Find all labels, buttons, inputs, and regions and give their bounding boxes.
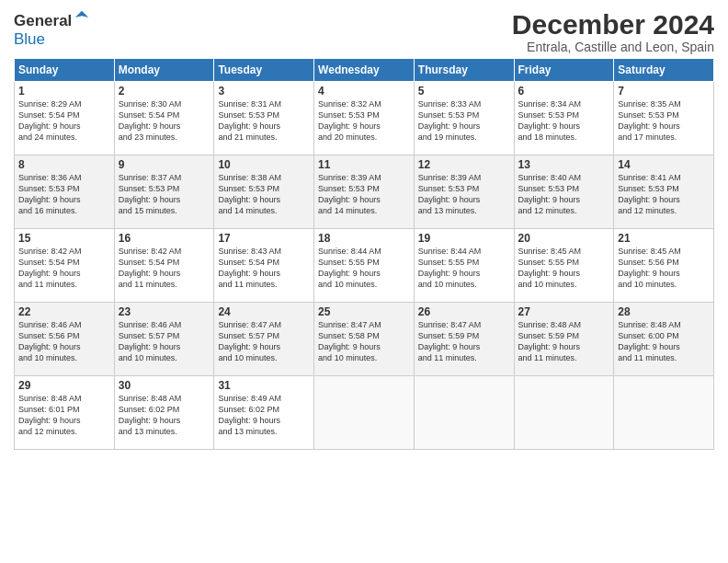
day-number: 29 [18,379,110,392]
day-detail: Sunrise: 8:36 AM Sunset: 5:53 PM Dayligh… [18,172,110,217]
calendar-cell: 18Sunrise: 8:44 AM Sunset: 5:55 PM Dayli… [314,229,415,303]
day-detail: Sunrise: 8:47 AM Sunset: 5:59 PM Dayligh… [418,319,510,364]
calendar-cell: 12Sunrise: 8:39 AM Sunset: 5:53 PM Dayli… [414,155,514,229]
day-detail: Sunrise: 8:31 AM Sunset: 5:53 PM Dayligh… [218,98,310,144]
day-detail: Sunrise: 8:49 AM Sunset: 6:02 PM Dayligh… [218,393,310,438]
day-detail: Sunrise: 8:46 AM Sunset: 5:56 PM Dayligh… [18,319,110,364]
header: General Blue December 2024 Entrala, Cast… [14,9,714,54]
calendar-cell: 10Sunrise: 8:38 AM Sunset: 5:53 PM Dayli… [214,155,314,229]
calendar-cell: 5Sunrise: 8:33 AM Sunset: 5:53 PM Daylig… [414,82,514,155]
day-number: 31 [218,379,310,392]
header-wednesday: Wednesday [314,59,415,82]
location-subtitle: Entrala, Castille and Leon, Spain [512,40,714,54]
day-number: 8 [18,158,110,171]
calendar-cell: 28Sunrise: 8:48 AM Sunset: 6:00 PM Dayli… [614,303,714,376]
calendar-cell: 8Sunrise: 8:36 AM Sunset: 5:53 PM Daylig… [15,155,115,229]
calendar-cell: 17Sunrise: 8:43 AM Sunset: 5:54 PM Dayli… [214,229,314,303]
calendar-cell: 22Sunrise: 8:46 AM Sunset: 5:56 PM Dayli… [15,303,115,376]
day-number: 1 [18,85,110,98]
day-detail: Sunrise: 8:48 AM Sunset: 6:00 PM Dayligh… [618,319,710,364]
day-detail: Sunrise: 8:38 AM Sunset: 5:53 PM Dayligh… [218,172,310,217]
calendar-cell: 16Sunrise: 8:42 AM Sunset: 5:54 PM Dayli… [114,229,214,303]
header-saturday: Saturday [614,59,714,82]
day-detail: Sunrise: 8:46 AM Sunset: 5:57 PM Dayligh… [119,319,210,364]
day-number: 9 [119,158,210,171]
calendar-cell: 9Sunrise: 8:37 AM Sunset: 5:53 PM Daylig… [114,155,214,229]
day-detail: Sunrise: 8:44 AM Sunset: 5:55 PM Dayligh… [418,246,510,291]
header-tuesday: Tuesday [214,59,314,82]
day-number: 10 [218,158,310,171]
calendar-cell: 1Sunrise: 8:29 AM Sunset: 5:54 PM Daylig… [15,82,115,155]
day-detail: Sunrise: 8:48 AM Sunset: 5:59 PM Dayligh… [518,319,610,364]
day-detail: Sunrise: 8:45 AM Sunset: 5:55 PM Dayligh… [518,246,610,291]
day-detail: Sunrise: 8:34 AM Sunset: 5:53 PM Dayligh… [518,98,610,144]
title-block: December 2024 Entrala, Castille and Leon… [512,9,714,54]
day-number: 5 [418,85,510,98]
header-thursday: Thursday [414,59,514,82]
calendar-container: General Blue December 2024 Entrala, Cast… [0,0,728,459]
day-number: 28 [618,305,710,318]
day-detail: Sunrise: 8:44 AM Sunset: 5:55 PM Dayligh… [318,246,410,291]
day-detail: Sunrise: 8:48 AM Sunset: 6:01 PM Dayligh… [18,393,110,438]
header-sunday: Sunday [15,59,115,82]
day-number: 12 [418,158,510,171]
week-row-0: 1Sunrise: 8:29 AM Sunset: 5:54 PM Daylig… [15,82,714,155]
day-detail: Sunrise: 8:47 AM Sunset: 5:58 PM Dayligh… [318,319,410,364]
day-number: 18 [318,232,410,245]
day-number: 17 [218,232,310,245]
day-number: 26 [418,305,510,318]
day-detail: Sunrise: 8:29 AM Sunset: 5:54 PM Dayligh… [18,98,110,144]
day-detail: Sunrise: 8:39 AM Sunset: 5:53 PM Dayligh… [418,172,510,217]
day-number: 7 [618,85,710,98]
calendar-cell: 30Sunrise: 8:48 AM Sunset: 6:02 PM Dayli… [114,376,214,450]
calendar-cell: 31Sunrise: 8:49 AM Sunset: 6:02 PM Dayli… [214,376,314,450]
calendar-cell [414,376,514,450]
calendar-cell [514,376,614,450]
calendar-cell: 29Sunrise: 8:48 AM Sunset: 6:01 PM Dayli… [15,376,115,450]
calendar-header-row: SundayMondayTuesdayWednesdayThursdayFrid… [15,59,714,82]
day-number: 2 [119,85,210,98]
day-number: 16 [119,232,210,245]
calendar-cell: 4Sunrise: 8:32 AM Sunset: 5:53 PM Daylig… [314,82,415,155]
day-detail: Sunrise: 8:39 AM Sunset: 5:53 PM Dayligh… [318,172,410,217]
header-monday: Monday [114,59,214,82]
day-number: 13 [518,158,610,171]
logo-blue-text: Blue [14,30,45,49]
day-detail: Sunrise: 8:43 AM Sunset: 5:54 PM Dayligh… [218,246,310,291]
calendar-cell: 27Sunrise: 8:48 AM Sunset: 5:59 PM Dayli… [514,303,614,376]
day-detail: Sunrise: 8:40 AM Sunset: 5:53 PM Dayligh… [518,172,610,217]
calendar-cell: 7Sunrise: 8:35 AM Sunset: 5:53 PM Daylig… [614,82,714,155]
week-row-1: 8Sunrise: 8:36 AM Sunset: 5:53 PM Daylig… [15,155,714,229]
week-row-2: 15Sunrise: 8:42 AM Sunset: 5:54 PM Dayli… [15,229,714,303]
month-title: December 2024 [512,9,714,40]
day-number: 4 [318,85,410,98]
calendar-table: SundayMondayTuesdayWednesdayThursdayFrid… [14,58,714,450]
day-number: 27 [518,305,610,318]
calendar-cell [314,376,415,450]
day-detail: Sunrise: 8:35 AM Sunset: 5:53 PM Dayligh… [618,98,710,144]
calendar-cell [614,376,714,450]
calendar-cell: 2Sunrise: 8:30 AM Sunset: 5:54 PM Daylig… [114,82,214,155]
calendar-cell: 11Sunrise: 8:39 AM Sunset: 5:53 PM Dayli… [314,155,415,229]
week-row-4: 29Sunrise: 8:48 AM Sunset: 6:01 PM Dayli… [15,376,714,450]
day-number: 15 [18,232,110,245]
day-detail: Sunrise: 8:33 AM Sunset: 5:53 PM Dayligh… [418,98,510,144]
day-number: 20 [518,232,610,245]
svg-marker-0 [75,11,88,17]
day-detail: Sunrise: 8:37 AM Sunset: 5:53 PM Dayligh… [119,172,210,217]
day-detail: Sunrise: 8:32 AM Sunset: 5:53 PM Dayligh… [318,98,410,144]
day-number: 24 [218,305,310,318]
week-row-3: 22Sunrise: 8:46 AM Sunset: 5:56 PM Dayli… [15,303,714,376]
day-detail: Sunrise: 8:42 AM Sunset: 5:54 PM Dayligh… [18,246,110,291]
calendar-body: 1Sunrise: 8:29 AM Sunset: 5:54 PM Daylig… [15,82,714,450]
header-friday: Friday [514,59,614,82]
calendar-cell: 15Sunrise: 8:42 AM Sunset: 5:54 PM Dayli… [15,229,115,303]
calendar-cell: 3Sunrise: 8:31 AM Sunset: 5:53 PM Daylig… [214,82,314,155]
day-number: 23 [119,305,210,318]
logo-general-text: General [14,12,72,30]
calendar-cell: 21Sunrise: 8:45 AM Sunset: 5:56 PM Dayli… [614,229,714,303]
logo: General Blue [14,9,90,49]
day-number: 11 [318,158,410,171]
day-detail: Sunrise: 8:47 AM Sunset: 5:57 PM Dayligh… [218,319,310,364]
calendar-cell: 19Sunrise: 8:44 AM Sunset: 5:55 PM Dayli… [414,229,514,303]
